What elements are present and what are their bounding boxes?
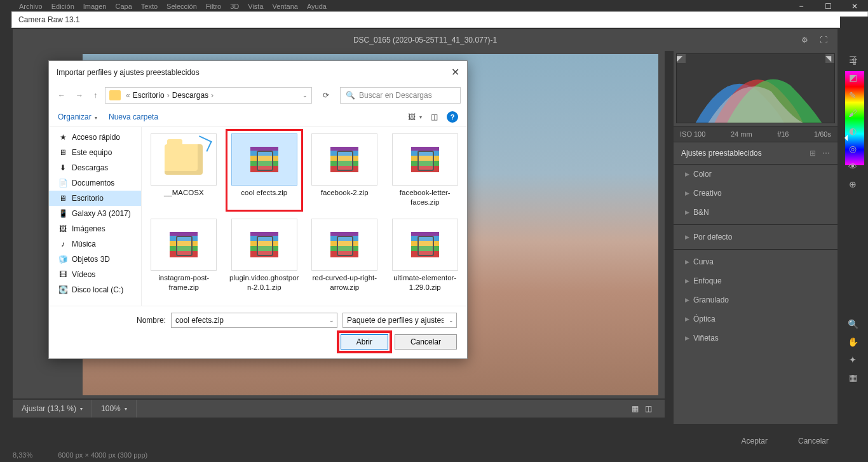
sidebar-item[interactable]: 📱Galaxy A3 (2017) bbox=[49, 206, 141, 221]
filetype-filter[interactable]: Paquete de perfiles y ajustes pre⌄ bbox=[342, 313, 457, 328]
organize-dropdown[interactable]: Organizar ▾ bbox=[58, 112, 97, 121]
preset-group-color[interactable]: ▶Color bbox=[674, 165, 837, 184]
nav-back-icon[interactable]: ← bbox=[55, 88, 68, 102]
disk-icon: 💽 bbox=[58, 285, 68, 294]
breadcrumb-bar[interactable]: « Escritorio › Descargas › ⌄ bbox=[105, 87, 312, 104]
archive-icon bbox=[170, 232, 198, 257]
sliders-icon[interactable]: ☰ bbox=[849, 55, 857, 65]
open-button[interactable]: Abrir bbox=[341, 334, 388, 350]
redeye-icon[interactable]: 👁 bbox=[848, 161, 857, 172]
sidebar-item[interactable]: 🖥Este equipo bbox=[49, 145, 141, 160]
file-label: plugin.video.ghostporn-2.0.1.zip bbox=[229, 273, 299, 292]
file-item[interactable]: ultimate-elementor-1.29.0.zip bbox=[387, 215, 464, 296]
zoom-dropdown[interactable]: 100%▾ bbox=[92, 400, 137, 418]
grid-icon[interactable]: ▦ bbox=[849, 372, 857, 383]
exif-focal: 24 mm bbox=[731, 130, 752, 138]
archive-icon bbox=[250, 232, 278, 257]
menu-selection[interactable]: Selección bbox=[166, 3, 197, 10]
menu-view[interactable]: Vista bbox=[248, 3, 263, 10]
dialog-close-icon[interactable]: ✕ bbox=[451, 66, 459, 78]
preset-group-curve[interactable]: ▶Curva bbox=[674, 252, 837, 271]
preset-group-creative[interactable]: ▶Creativo bbox=[674, 184, 837, 203]
presets-header[interactable]: Ajustes preestablecidos ⊞ ⋯ bbox=[674, 142, 837, 165]
help-icon[interactable]: ? bbox=[447, 111, 458, 123]
radial-icon[interactable]: ◎ bbox=[849, 144, 857, 154]
close-window-button[interactable]: ✕ bbox=[841, 0, 868, 13]
preset-group-focus[interactable]: ▶Enfoque bbox=[674, 271, 837, 290]
file-item[interactable]: cool efects.zip bbox=[226, 130, 303, 211]
file-item[interactable]: plugin.video.ghostporn-2.0.1.zip bbox=[226, 215, 303, 296]
file-label: __MACOSX bbox=[164, 188, 204, 198]
menu-file[interactable]: Archivo bbox=[19, 3, 43, 10]
dialog-title: Importar perfiles y ajustes preestableci… bbox=[57, 68, 200, 77]
filename-label: Nombre: bbox=[58, 316, 166, 325]
cancel-button[interactable]: Cancelar bbox=[789, 433, 837, 449]
dialog-cancel-button[interactable]: Cancelar bbox=[395, 334, 457, 350]
menu-text[interactable]: Texto bbox=[141, 3, 158, 10]
sparkle-icon[interactable]: ✦ bbox=[849, 355, 857, 365]
file-item[interactable]: __MACOSX bbox=[146, 130, 222, 211]
menu-help[interactable]: Ayuda bbox=[307, 3, 327, 10]
minimize-button[interactable]: − bbox=[788, 0, 815, 13]
refresh-icon[interactable]: ⟳ bbox=[317, 88, 335, 103]
fullscreen-icon[interactable]: ⛶ bbox=[820, 36, 827, 44]
preview-pane-toggle[interactable]: ◫ bbox=[431, 112, 438, 121]
menu-window[interactable]: Ventana bbox=[273, 3, 298, 10]
maximize-button[interactable]: ☐ bbox=[815, 0, 841, 13]
hand-icon[interactable]: ✋ bbox=[848, 337, 858, 347]
filmstrip-icon[interactable]: ▦ bbox=[632, 404, 639, 413]
crumb-downloads[interactable]: Descargas bbox=[172, 91, 208, 100]
compare-icon[interactable]: ◫ bbox=[645, 404, 652, 413]
menu-edit[interactable]: Edición bbox=[51, 3, 74, 10]
sidebar-item[interactable]: 🖼Imágenes bbox=[49, 221, 141, 236]
down-icon: ⬇ bbox=[58, 163, 68, 172]
file-label: cool efects.zip bbox=[241, 188, 287, 198]
preset-group-optics[interactable]: ▶Óptica bbox=[674, 309, 837, 329]
accept-button[interactable]: Aceptar bbox=[733, 433, 776, 449]
fit-dropdown[interactable]: Ajustar (13,1 %)▾ bbox=[13, 400, 92, 418]
histogram-clip-left-icon[interactable]: ◤ bbox=[677, 54, 686, 63]
file-item[interactable]: facebook-2.zip bbox=[306, 130, 383, 211]
crumb-desktop[interactable]: Escritorio bbox=[133, 91, 165, 100]
preset-group-grain[interactable]: ▶Granulado bbox=[674, 290, 837, 309]
brush-icon[interactable]: 🖌 bbox=[848, 108, 857, 118]
preset-group-default[interactable]: ▶Por defecto bbox=[674, 228, 837, 247]
sidebar-item[interactable]: ★Acceso rápido bbox=[49, 130, 141, 145]
preset-group-vignette[interactable]: ▶Viñetas bbox=[674, 329, 837, 348]
menu-filter[interactable]: Filtro bbox=[206, 3, 221, 10]
file-item[interactable]: instagram-post-frame.zip bbox=[146, 215, 222, 296]
menu-3d[interactable]: 3D bbox=[230, 3, 239, 10]
presets-more-icon[interactable]: ⋯ bbox=[822, 149, 830, 158]
search-input[interactable]: 🔍 Buscar en Descargas bbox=[340, 87, 461, 104]
file-open-dialog: Importar perfiles y ajustes preestableci… bbox=[48, 60, 468, 359]
exif-shutter: 1/60s bbox=[814, 130, 831, 138]
new-folder-link[interactable]: Nueva carpeta bbox=[109, 112, 158, 121]
menu-layer[interactable]: Capa bbox=[115, 3, 132, 10]
zoom-icon[interactable]: 🔍 bbox=[848, 319, 858, 329]
nav-up-icon[interactable]: ↑ bbox=[91, 88, 100, 102]
heal-icon[interactable]: ✎ bbox=[849, 90, 857, 100]
file-item[interactable]: red-curved-up-right-arrow.zip bbox=[306, 215, 383, 296]
sidebar-item[interactable]: 🧊Objetos 3D bbox=[49, 252, 141, 267]
nav-forward-icon[interactable]: → bbox=[73, 88, 86, 102]
view-mode-dropdown[interactable]: 🖼 ▾ bbox=[408, 112, 422, 121]
sidebar-item[interactable]: 📄Documentos bbox=[49, 175, 141, 191]
sidebar-item-label: Disco local (C:) bbox=[72, 285, 123, 294]
gear-icon[interactable]: ⚙ bbox=[801, 36, 808, 44]
sidebar-item[interactable]: 🖥Escritorio bbox=[49, 191, 141, 206]
sidebar-item[interactable]: ♪Música bbox=[49, 236, 141, 252]
camera-raw-titlebar: Camera Raw 13.1 bbox=[11, 11, 868, 28]
crop-icon[interactable]: ◩ bbox=[849, 72, 857, 83]
sidebar-item[interactable]: ⬇Descargas bbox=[49, 160, 141, 175]
status-bar: 8,33% 6000 px × 4000 px (300 ppp) bbox=[13, 448, 147, 462]
histogram-clip-right-icon[interactable]: ◥ bbox=[825, 54, 834, 63]
preset-group-bn[interactable]: ▶B&N bbox=[674, 203, 837, 222]
sidebar-item[interactable]: 💽Disco local (C:) bbox=[49, 282, 141, 297]
filename-input[interactable]: cool efects.zip⌄ bbox=[171, 313, 337, 328]
menu-image[interactable]: Imagen bbox=[83, 3, 107, 10]
gradient-icon[interactable]: ◐ bbox=[849, 126, 857, 136]
sidebar-item[interactable]: 🎞Vídeos bbox=[49, 267, 141, 282]
file-item[interactable]: facebook-letter-faces.zip bbox=[387, 130, 464, 211]
presets-add-icon[interactable]: ⊞ bbox=[810, 149, 816, 158]
target-icon[interactable]: ⊕ bbox=[849, 179, 857, 189]
